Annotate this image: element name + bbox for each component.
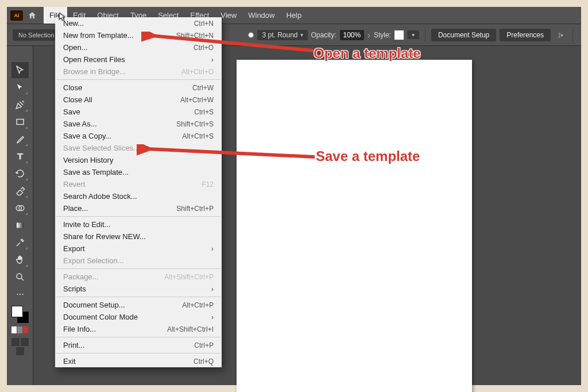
menu-item-revert: RevertF12 (55, 178, 222, 190)
menu-shortcut: Ctrl+O (194, 44, 214, 52)
menu-item-invite-to-edit[interactable]: Invite to Edit... (55, 218, 222, 230)
menu-item-label: Scripts (63, 285, 86, 293)
menu-item-save-as[interactable]: Save As...Shift+Ctrl+S (55, 118, 222, 130)
svg-rect-3 (17, 223, 24, 228)
menu-item-label: Save (63, 107, 80, 116)
menu-help[interactable]: Help (280, 7, 307, 24)
paintbrush-tool[interactable] (11, 131, 29, 147)
menu-shortcut: Alt+Ctrl+W (180, 96, 214, 104)
menu-window[interactable]: Window (242, 7, 280, 24)
menu-item-label: Place... (63, 204, 88, 213)
menu-item-label: Exit (63, 357, 76, 366)
direct-selection-tool[interactable] (11, 79, 29, 95)
menu-item-file-info[interactable]: File Info...Alt+Shift+Ctrl+I (55, 323, 222, 335)
menu-shortcut: Alt+Ctrl+P (182, 301, 214, 309)
fill-stroke-swatches[interactable] (11, 306, 29, 323)
svg-point-6 (19, 294, 20, 295)
opacity-flyout-icon[interactable] (368, 30, 370, 40)
menu-item-label: Package... (63, 272, 98, 281)
menu-item-label: Save as Template... (63, 168, 129, 176)
preferences-button[interactable]: Preferences (500, 29, 551, 41)
menu-item-print[interactable]: Print...Ctrl+P (55, 339, 222, 351)
stroke-bullet-icon (248, 32, 254, 38)
menu-item-new-from-template[interactable]: New from Template...Shift+Ctrl+N (55, 29, 222, 41)
menu-item-label: Save a Copy... (63, 132, 111, 140)
menu-item-export-selection: Export Selection... (55, 255, 222, 267)
document-setup-button[interactable]: Document Setup (431, 29, 496, 41)
menu-item-share-for-review-new[interactable]: Share for Review NEW... (55, 230, 222, 243)
menu-separator (56, 268, 220, 269)
menu-item-save-selected-slices: Save Selected Slices... (55, 142, 222, 154)
menu-item-export[interactable]: Export (55, 243, 222, 255)
menu-item-open-recent-files[interactable]: Open Recent Files (55, 53, 222, 66)
selection-status: No Selection (13, 29, 60, 41)
svg-point-4 (17, 274, 22, 279)
menu-item-document-color-mode[interactable]: Document Color Mode (55, 311, 222, 323)
menu-item-label: Browse in Bridge... (63, 67, 126, 76)
align-flyout-icon[interactable]: ⟟▾ (554, 29, 567, 41)
menu-item-scripts[interactable]: Scripts (55, 283, 222, 295)
menu-item-version-history[interactable]: Version History (55, 154, 222, 166)
menu-item-label: Document Setup... (63, 301, 125, 309)
app-logo: Ai (10, 10, 23, 21)
eraser-tool[interactable] (11, 183, 29, 199)
eyedropper-tool[interactable] (11, 235, 29, 251)
rectangle-tool[interactable] (11, 114, 29, 130)
menu-separator (56, 297, 220, 297)
menu-item-label: Search Adobe Stock... (63, 192, 137, 201)
pen-tool[interactable] (11, 97, 29, 113)
gradient-tool[interactable] (11, 217, 29, 233)
svg-point-7 (22, 294, 23, 295)
menu-item-label: New from Template... (63, 31, 134, 40)
menu-shortcut: Ctrl+W (192, 84, 214, 92)
svg-rect-0 (17, 120, 24, 125)
menu-item-label: Print... (63, 341, 85, 349)
menu-shortcut: Ctrl+Q (194, 358, 214, 366)
menu-item-label: Revert (63, 180, 85, 189)
menu-item-new[interactable]: New...Ctrl+N (55, 17, 222, 29)
menu-item-label: Save As... (63, 120, 97, 128)
menu-item-place[interactable]: Place...Shift+Ctrl+P (55, 202, 222, 214)
style-select[interactable] (407, 30, 419, 39)
hand-tool[interactable] (11, 252, 29, 268)
screen-mode-icons[interactable] (11, 338, 29, 355)
menu-shortcut: Shift+Ctrl+P (176, 205, 214, 213)
tool-panel (7, 46, 33, 385)
menu-item-close-all[interactable]: Close AllAlt+Ctrl+W (55, 94, 222, 106)
menu-shortcut: Ctrl+S (194, 108, 214, 116)
menu-item-close[interactable]: CloseCtrl+W (55, 82, 222, 94)
menu-item-exit[interactable]: ExitCtrl+Q (55, 355, 222, 367)
menu-separator (56, 353, 220, 353)
menu-item-label: Export (63, 244, 85, 253)
menu-shortcut: F12 (202, 180, 214, 189)
menu-shortcut: Ctrl+N (194, 20, 214, 28)
menu-item-document-setup[interactable]: Document Setup...Alt+Ctrl+P (55, 299, 222, 311)
color-mode-row[interactable] (11, 326, 28, 333)
menu-item-package: Package...Alt+Shift+Ctrl+P (55, 271, 222, 283)
menu-item-save-as-template[interactable]: Save as Template... (55, 166, 222, 178)
menu-item-save-a-copy[interactable]: Save a Copy...Alt+Ctrl+S (55, 130, 222, 142)
menu-item-label: Invite to Edit... (63, 220, 110, 229)
shape-builder-tool[interactable] (11, 200, 29, 216)
menu-item-label: File Info... (63, 325, 96, 333)
type-tool[interactable] (11, 148, 29, 164)
svg-point-5 (17, 294, 18, 295)
screenshot-frame: Ai FileEditObjectTypeSelectEffectViewWin… (0, 0, 588, 392)
menu-item-label: Open Recent Files (63, 55, 125, 64)
menu-item-save[interactable]: SaveCtrl+S (55, 106, 222, 118)
edit-toolbar-icon[interactable] (11, 286, 29, 302)
stroke-profile-select[interactable]: 3 pt. Round (257, 30, 307, 40)
menu-item-open[interactable]: Open...Ctrl+O (55, 41, 222, 53)
zoom-tool[interactable] (11, 269, 29, 285)
file-menu-dropdown: New...Ctrl+NNew from Template...Shift+Ct… (55, 17, 222, 367)
home-icon[interactable] (26, 10, 38, 21)
menu-item-label: Export Selection... (63, 256, 124, 265)
submenu-arrow-icon (211, 285, 214, 293)
style-swatch[interactable] (394, 30, 404, 40)
rotate-tool[interactable] (11, 166, 29, 182)
menu-separator (56, 216, 220, 217)
menu-shortcut: Ctrl+P (194, 341, 214, 349)
menu-item-search-adobe-stock[interactable]: Search Adobe Stock... (55, 190, 222, 202)
selection-tool[interactable] (11, 62, 29, 78)
opacity-field[interactable]: 100% (340, 30, 365, 40)
